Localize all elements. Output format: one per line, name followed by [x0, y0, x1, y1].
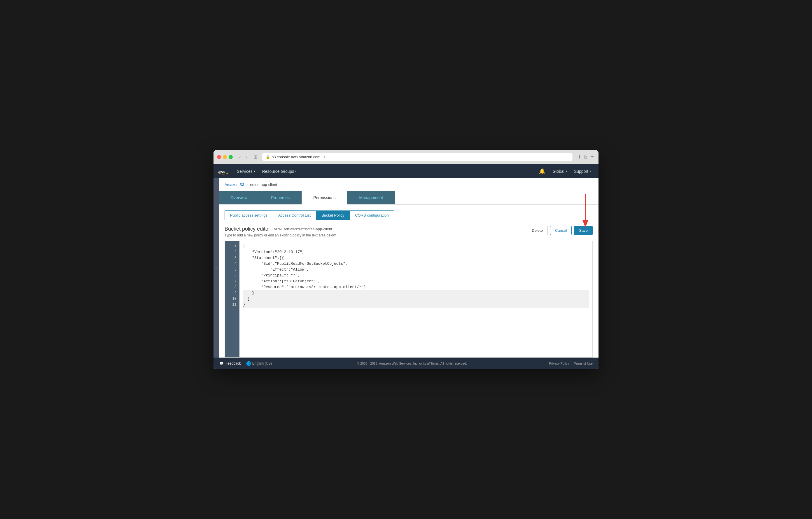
share-button[interactable]: ⬆: [578, 154, 581, 160]
content-wrapper: › Amazon S3 › notes-app-client Overview …: [213, 179, 599, 358]
line-number: 10: [225, 296, 239, 302]
browser-window: ‹ › ⊞ 🔒 s3.console.aws.amazon.com ↻ ⬆ ⧉ …: [213, 150, 599, 369]
address-bar[interactable]: 🔒 s3.console.aws.amazon.com ↻: [262, 153, 573, 161]
breadcrumb-separator: ›: [246, 183, 248, 187]
bell-icon: 🔔: [539, 168, 545, 174]
code-line-7: "Action":["s3:GetObject"],: [243, 278, 589, 284]
new-window-button[interactable]: ⧉: [584, 155, 587, 160]
feedback-button[interactable]: 💬 Feedback: [219, 361, 241, 365]
line-number: 3: [225, 255, 239, 261]
main-content: Amazon S3 › notes-app-client Overview Pr…: [219, 179, 599, 358]
add-tab-button[interactable]: +: [589, 154, 595, 160]
line-number: 9: [225, 290, 239, 296]
code-line-1: {: [243, 243, 589, 249]
code-line-3: "Statement":[{: [243, 255, 589, 261]
line-number: 8: [225, 284, 239, 290]
code-line-5: "Effect":"Allow",: [243, 267, 589, 273]
browser-actions: ⬆ ⧉ +: [578, 154, 595, 160]
line-number: 4: [225, 261, 239, 267]
resource-groups-chevron-icon: ▾: [295, 170, 297, 173]
chat-icon: 💬: [219, 361, 224, 365]
nav-right: 🔔 Global ▾ Support ▾: [536, 164, 594, 179]
tab-permissions[interactable]: Permissions: [301, 191, 347, 204]
line-number: 1: [225, 243, 239, 249]
code-line-11: }: [243, 302, 589, 308]
footer-copyright: © 2008 - 2018, Amazon Web Services, Inc.…: [357, 362, 467, 365]
aws-navbar: aws Services ▾ Resource Groups ▾ 🔔 Globa…: [213, 164, 599, 179]
footer-left: 💬 Feedback 🌐 English (US): [219, 361, 275, 366]
aws-footer: 💬 Feedback 🌐 English (US) © 2008 - 2018,…: [213, 358, 599, 369]
breadcrumb-current: notes-app-client: [250, 183, 278, 187]
support-chevron-icon: ▾: [589, 170, 591, 173]
code-line-4: "Sid":"PublicReadForGetBucketObjects",: [243, 261, 589, 267]
code-line-6: "Principal": "*",: [243, 273, 589, 278]
chevron-left-icon: ›: [215, 266, 217, 270]
save-button[interactable]: Save: [574, 226, 593, 235]
svg-text:aws: aws: [218, 169, 226, 173]
sidebar-collapse-button[interactable]: ›: [213, 179, 219, 358]
line-number: 6: [225, 273, 239, 278]
services-menu[interactable]: Services ▾: [233, 165, 259, 178]
globe-icon: 🌐: [246, 361, 251, 366]
tab-overview[interactable]: Overview: [219, 191, 259, 204]
language-selector[interactable]: 🌐 English (US): [243, 361, 275, 366]
policy-actions: Delete Cancel Save: [527, 226, 593, 235]
bell-button[interactable]: 🔔: [536, 164, 548, 179]
line-number: 5: [225, 267, 239, 273]
code-content[interactable]: { "Version":"2012-10-17", "Statement":[{…: [239, 241, 592, 357]
delete-button[interactable]: Delete: [527, 226, 548, 235]
nav-buttons: ‹ ›: [237, 154, 249, 160]
sub-tab-cors[interactable]: CORS configuration: [349, 211, 394, 220]
line-number: 11: [225, 302, 239, 308]
line-numbers: 1 2 3 4 5 6 7 8 9 10 11: [225, 241, 239, 357]
terms-of-use-link[interactable]: Terms of Use: [574, 362, 593, 365]
sub-tab-bucket-policy[interactable]: Bucket Policy: [316, 211, 350, 220]
services-chevron-icon: ▾: [254, 170, 255, 173]
sub-tab-acl[interactable]: Access Control List: [273, 211, 316, 220]
policy-editor-header: Bucket policy editor ARN: arn:aws:s3:::n…: [225, 226, 593, 237]
sub-tab-public-access[interactable]: Public access settings: [225, 211, 273, 220]
code-line-2: "Version":"2012-10-17",: [243, 249, 589, 255]
minimize-button[interactable]: [223, 155, 227, 159]
support-menu[interactable]: Support ▾: [571, 165, 594, 178]
cancel-button[interactable]: Cancel: [550, 226, 572, 235]
breadcrumb-amazon-s3-link[interactable]: Amazon S3: [225, 183, 244, 187]
close-button[interactable]: [217, 155, 221, 159]
code-line-8: "Resource":["arn:aws:s3:::notes-app-clie…: [243, 284, 589, 290]
sidebar-toggle-button[interactable]: ⊞: [251, 154, 260, 160]
url-text: s3.console.aws.amazon.com: [272, 155, 321, 159]
policy-editor-title-area: Bucket policy editor ARN: arn:aws:s3:::n…: [225, 226, 337, 237]
nav-menu-items: Services ▾ Resource Groups ▾: [233, 165, 536, 178]
forward-button[interactable]: ›: [243, 154, 249, 160]
refresh-button[interactable]: ↻: [323, 155, 327, 159]
sub-tabs: Public access settings Access Control Li…: [219, 204, 599, 220]
lock-icon: 🔒: [266, 155, 270, 159]
policy-editor-description: Type to add a new policy or edit an exis…: [225, 233, 337, 237]
arn-text: ARN: arn:aws:s3:::notes-app-client: [273, 227, 332, 231]
back-button[interactable]: ‹: [237, 154, 242, 160]
line-number: 7: [225, 278, 239, 284]
traffic-lights: [217, 155, 233, 159]
code-line-10: ]: [243, 296, 589, 302]
global-menu[interactable]: Global ▾: [550, 165, 570, 178]
line-number: 2: [225, 249, 239, 255]
tabs-container: Overview Properties Permissions Manageme…: [219, 191, 599, 204]
tab-properties[interactable]: Properties: [259, 191, 301, 204]
aws-logo: aws: [218, 166, 229, 176]
breadcrumb: Amazon S3 › notes-app-client: [219, 179, 599, 191]
privacy-policy-link[interactable]: Privacy Policy: [549, 362, 569, 365]
policy-editor-title: Bucket policy editor ARN: arn:aws:s3:::n…: [225, 226, 337, 232]
maximize-button[interactable]: [229, 155, 233, 159]
tab-management[interactable]: Management: [347, 191, 395, 204]
footer-right: Privacy Policy Terms of Use: [549, 362, 593, 365]
code-editor[interactable]: 1 2 3 4 5 6 7 8 9 10 11 { "Ver: [225, 241, 593, 358]
resource-groups-menu[interactable]: Resource Groups ▾: [259, 165, 300, 178]
code-line-9: }: [243, 290, 589, 296]
policy-editor-section: Bucket policy editor ARN: arn:aws:s3:::n…: [219, 220, 599, 358]
global-chevron-icon: ▾: [566, 170, 567, 173]
browser-chrome: ‹ › ⊞ 🔒 s3.console.aws.amazon.com ↻ ⬆ ⧉ …: [213, 150, 599, 164]
